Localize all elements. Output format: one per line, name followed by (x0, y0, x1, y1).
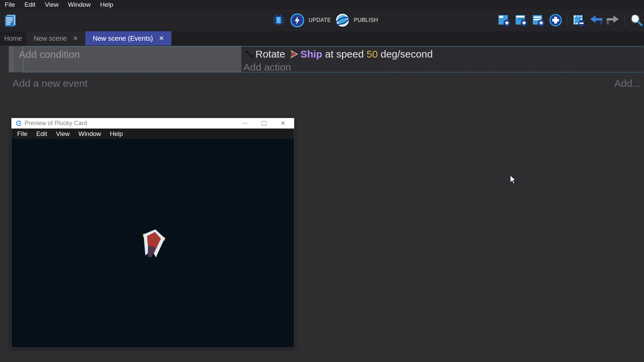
app-menubar: File Edit View Window Help (0, 0, 644, 9)
action-object-name: Ship (300, 48, 322, 60)
add-subevent-button[interactable] (514, 13, 528, 28)
undo-button[interactable] (589, 13, 603, 28)
preview-menu-help[interactable]: Help (106, 130, 127, 138)
search-events-button[interactable] (629, 13, 643, 28)
minimize-icon[interactable] (242, 123, 247, 123)
gdevelop-logo-icon (16, 120, 22, 126)
action-rotate-ship[interactable]: Rotate Ship at speed 50 deg/second (243, 47, 642, 61)
project-manager-button[interactable] (3, 13, 17, 28)
project-manager-icon (3, 13, 17, 28)
close-icon[interactable]: ✕ (281, 120, 285, 126)
publish-button[interactable] (335, 13, 350, 28)
redo-button[interactable] (606, 13, 620, 28)
menu-view[interactable]: View (40, 0, 63, 9)
event-conditions-cell[interactable]: Add condition (14, 46, 241, 72)
update-icon (290, 13, 304, 27)
add-condition-button[interactable]: Add condition (19, 49, 241, 60)
event-row[interactable]: Add condition Rotate Ship at spee (9, 46, 642, 72)
preview-menu-window[interactable]: Window (74, 130, 106, 138)
event-actions-cell[interactable]: Rotate Ship at speed 50 deg/second Add a… (241, 46, 642, 72)
preview-menu-view[interactable]: View (51, 130, 74, 138)
events-sheet: Add condition Rotate Ship at spee (0, 45, 644, 362)
publish-icon (335, 13, 350, 28)
toolbar-divider (625, 14, 625, 27)
preview-window[interactable]: Preview of Plucky Card ✕ File Edit View … (11, 118, 294, 348)
preview-game-canvas[interactable] (11, 139, 294, 348)
preview-menubar: File Edit View Window Help (11, 129, 294, 139)
remove-event-button[interactable] (572, 13, 586, 28)
add-event-icon (497, 13, 511, 27)
add-action-button[interactable]: Add action (243, 62, 642, 73)
add-subevent-icon (515, 13, 528, 27)
rotate-action-icon (244, 49, 254, 59)
add-circle-icon (549, 13, 562, 27)
editor-tabbar: Home New scene ✕ New scene (Events) ✕ (0, 31, 644, 45)
update-button[interactable] (290, 13, 304, 28)
tab-label: Home (4, 35, 22, 42)
action-parameter-value: 50 (367, 48, 378, 60)
preview-menu-file[interactable]: File (13, 130, 32, 138)
update-label[interactable]: UPDATE (309, 17, 331, 23)
main-toolbar: UPDATE PUBLISH (0, 9, 644, 31)
search-icon (629, 13, 643, 27)
add-event-button[interactable] (497, 13, 511, 28)
tab-new-scene-events[interactable]: New scene (Events) ✕ (85, 31, 171, 45)
tab-label: New scene (Events) (93, 35, 153, 42)
tab-home[interactable]: Home (0, 31, 26, 45)
add-comment-button[interactable] (531, 13, 546, 28)
maximize-icon[interactable] (262, 121, 266, 125)
menu-edit[interactable]: Edit (20, 0, 40, 9)
tab-label: New scene (34, 35, 67, 42)
add-event-row: Add a new event Add... (0, 75, 644, 93)
tab-new-scene[interactable]: New scene ✕ (26, 31, 85, 45)
add-more-button[interactable]: Add... (614, 78, 641, 89)
publish-label[interactable]: PUBLISH (354, 17, 378, 23)
action-verb: Rotate (255, 48, 288, 60)
ship-sprite (139, 228, 167, 258)
ship-object-thumbnail-icon (290, 50, 299, 58)
add-comment-icon (532, 13, 545, 27)
action-suffix-text: deg/second (378, 48, 433, 60)
menu-window[interactable]: Window (63, 0, 95, 9)
undo-icon (589, 13, 603, 27)
mouse-cursor (509, 175, 517, 185)
debug-button[interactable] (272, 13, 286, 28)
remove-event-icon (572, 13, 586, 27)
menu-help[interactable]: Help (95, 0, 118, 9)
close-icon[interactable]: ✕ (159, 35, 164, 41)
close-icon[interactable]: ✕ (73, 35, 78, 41)
menu-file[interactable]: File (0, 0, 20, 9)
debug-icon (272, 13, 285, 27)
toolbar-divider (567, 14, 567, 27)
add-other-event-button[interactable] (549, 13, 563, 28)
add-new-event-button[interactable]: Add a new event (12, 78, 88, 89)
preview-menu-edit[interactable]: Edit (32, 130, 52, 138)
redo-icon (606, 13, 620, 27)
preview-window-title: Preview of Plucky Card (25, 120, 242, 127)
event-drag-handle[interactable] (9, 46, 14, 72)
preview-titlebar[interactable]: Preview of Plucky Card ✕ (11, 118, 294, 129)
action-middle-text: at speed (322, 48, 367, 60)
